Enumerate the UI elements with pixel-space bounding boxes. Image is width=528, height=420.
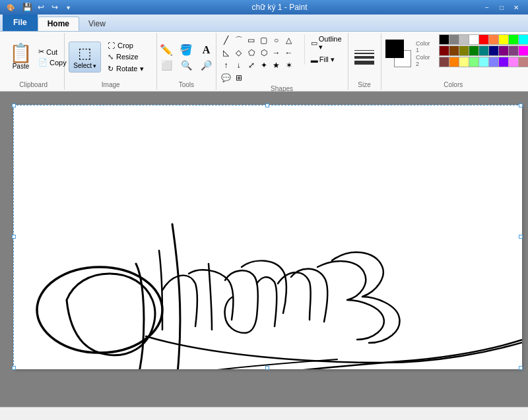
up-arrow-btn[interactable]: ↑ (220, 59, 232, 71)
color-cell-17[interactable] (508, 45, 519, 56)
color-cell-10[interactable] (439, 45, 449, 56)
color-cell-3[interactable] (469, 34, 479, 45)
color-cell-5[interactable] (488, 34, 499, 45)
select-icon: ⬚ (78, 45, 92, 62)
star5-btn[interactable]: ★ (271, 59, 282, 71)
title-bar: 🎨 💾 ↩ ↪ ▾ chữ ký 1 - Paint − □ ✕ (0, 0, 528, 15)
color-cell-16[interactable] (498, 45, 509, 56)
color-cell-11[interactable] (449, 45, 459, 56)
canvas-wrapper[interactable] (13, 105, 521, 369)
maximize-btn[interactable]: □ (495, 2, 508, 13)
magnify-button[interactable]: 🔎 (197, 59, 215, 72)
handle-tr[interactable] (519, 104, 523, 107)
handle-bl[interactable] (12, 366, 16, 370)
color-cell-28[interactable] (518, 57, 528, 67)
minimize-btn[interactable]: − (480, 2, 494, 13)
color-cell-24[interactable] (478, 57, 489, 67)
rounded-rect-btn[interactable]: ▢ (258, 34, 270, 46)
color-cell-7[interactable] (508, 34, 519, 45)
line-btn[interactable]: ╱ (220, 34, 232, 46)
colors-content: Color 1 Color 2 (385, 34, 521, 80)
select-button[interactable]: ⬚ Select ▾ (69, 42, 101, 73)
handle-ml[interactable] (12, 235, 16, 239)
canvas-container (13, 105, 521, 369)
color-cell-18[interactable] (518, 45, 528, 56)
color-cell-0[interactable] (439, 34, 449, 45)
color-cell-22[interactable] (459, 57, 469, 67)
star4-btn[interactable]: ✦ (258, 59, 270, 71)
right-triangle-btn[interactable]: ◺ (220, 47, 232, 59)
down-arrow-btn[interactable]: ↓ (233, 59, 245, 71)
tools-row2: ⬜ 🔍 🔎 (157, 59, 215, 72)
color-cell-27[interactable] (508, 57, 519, 67)
pencil-button[interactable]: ✏️ (157, 42, 176, 57)
quick-save-btn[interactable]: 💾 (21, 1, 33, 13)
ribbon: File Home View 📋 Paste ✂ Cut (0, 15, 528, 92)
star6-btn[interactable]: ✶ (283, 59, 295, 71)
tab-file[interactable]: File (3, 14, 38, 31)
crop-button[interactable]: ⛶ Crop (105, 40, 146, 51)
color-cell-15[interactable] (488, 45, 499, 56)
color-cell-6[interactable] (498, 34, 509, 45)
quick-redo-btn[interactable]: ↪ (49, 1, 61, 13)
picker-button[interactable]: 🔍 (177, 59, 195, 72)
crop-icon: ⛶ (108, 42, 115, 49)
curve-btn[interactable]: ⌒ (233, 34, 245, 46)
text-button[interactable]: A (197, 42, 215, 57)
cut-button[interactable]: ✂ Cut (36, 47, 69, 57)
rect-btn[interactable]: ▭ (246, 34, 257, 46)
handle-tm[interactable] (265, 104, 269, 107)
resize-label: Resize (116, 53, 139, 61)
color-cell-1[interactable] (449, 34, 459, 45)
clipboard-group: 📋 Paste ✂ Cut 📄 Copy Clipboa (3, 33, 65, 90)
handle-tl[interactable] (12, 104, 16, 107)
size-line-3 (354, 56, 374, 59)
resize-button[interactable]: ⤡ Resize (105, 51, 146, 63)
fill-button[interactable]: 🪣 (177, 42, 195, 57)
color-cell-4[interactable] (478, 34, 489, 45)
customize-btn[interactable]: ▾ (63, 2, 73, 13)
size-line-2 (354, 53, 374, 54)
4way-arrow-btn[interactable]: ⤢ (246, 59, 257, 71)
close-btn[interactable]: ✕ (510, 2, 523, 13)
color-cell-21[interactable] (449, 57, 459, 67)
color-cell-12[interactable] (459, 45, 469, 56)
right-arrow-btn[interactable]: → (271, 47, 282, 59)
color-cell-2[interactable] (459, 34, 469, 45)
expand-btn[interactable]: ⊞ (233, 72, 245, 84)
quick-undo-btn[interactable]: ↩ (35, 1, 47, 13)
window-title: chữ ký 1 - Paint (79, 3, 480, 12)
resize-icon: ⤡ (108, 53, 114, 61)
tab-view[interactable]: View (79, 16, 115, 31)
handle-br[interactable] (519, 366, 523, 370)
size-label: Size (352, 80, 377, 88)
triangle-btn[interactable]: △ (283, 34, 295, 46)
rotate-button[interactable]: ↻ Rotate ▾ (105, 63, 146, 75)
color-cell-20[interactable] (439, 57, 449, 67)
fill-shape-label: Fill ▾ (319, 55, 335, 64)
handle-bm[interactable] (265, 366, 269, 370)
color1-box[interactable] (385, 40, 404, 58)
paste-button[interactable]: 📋 Paste (7, 43, 35, 71)
color-cell-26[interactable] (498, 57, 509, 67)
color-cell-8[interactable] (518, 34, 528, 45)
shapes-row1: ╱ ⌒ ▭ ▢ ○ △ ◺ ◇ ⬠ ⬡ → ← ↑ (220, 34, 302, 84)
color-cell-13[interactable] (469, 45, 479, 56)
outline-button[interactable]: ▭ Outline ▾ (309, 34, 344, 52)
color-cell-14[interactable] (478, 45, 489, 56)
fill-icon: 🪣 (180, 44, 193, 56)
copy-button[interactable]: 📄 Copy (36, 57, 69, 67)
ellipse-btn[interactable]: ○ (271, 34, 282, 46)
diamond-btn[interactable]: ◇ (233, 47, 245, 59)
color-cell-23[interactable] (469, 57, 479, 67)
size-line-4 (354, 61, 374, 65)
color-cell-25[interactable] (488, 57, 499, 67)
fill-shape-button[interactable]: ▬ Fill ▾ (309, 55, 344, 65)
tab-home[interactable]: Home (38, 16, 79, 31)
hexagon-btn[interactable]: ⬡ (258, 47, 270, 59)
left-arrow-btn[interactable]: ← (283, 47, 295, 59)
callout-btn[interactable]: 💬 (220, 72, 232, 84)
pentagon-btn[interactable]: ⬠ (246, 47, 257, 59)
eraser-button[interactable]: ⬜ (157, 59, 176, 72)
handle-mr[interactable] (519, 235, 523, 239)
